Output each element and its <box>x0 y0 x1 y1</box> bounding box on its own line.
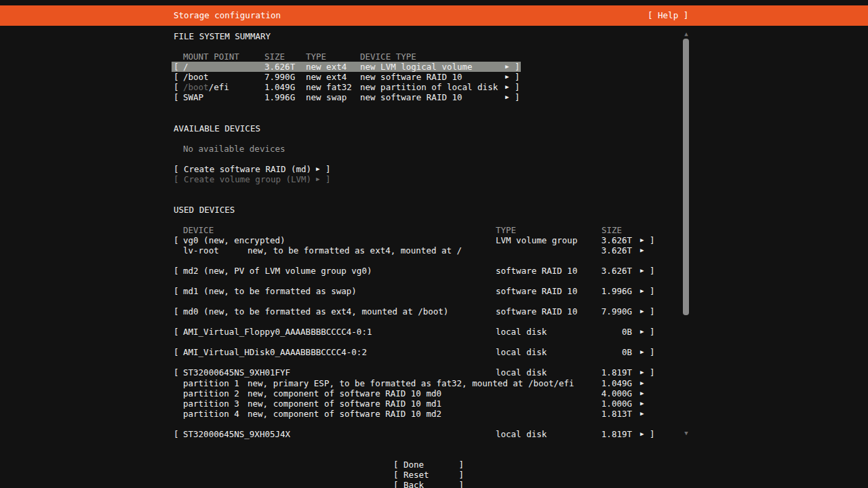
bracket: [ <box>393 480 399 488</box>
scrollbar-thumb[interactable] <box>683 39 689 315</box>
back-button[interactable]: [ Back ] <box>393 480 464 488</box>
size: 3.626T <box>264 62 295 72</box>
create-lvm-button-disabled: [ Create volume group (LVM) ▶ ] <box>0 174 868 184</box>
bracket: ] <box>515 72 520 82</box>
partition-name: partition 1 <box>183 378 239 388</box>
col-header-mount-point: MOUNT POINT <box>183 52 239 62</box>
partition-row-3[interactable]: partition 3 new, component of software R… <box>0 399 868 409</box>
section-heading: AVAILABLE DEVICES <box>174 123 260 134</box>
submenu-arrow-icon: ▶ <box>505 72 509 82</box>
partition-row-4[interactable]: partition 4 new, component of software R… <box>0 409 868 419</box>
create-raid-label: Create software RAID (md) <box>184 164 311 174</box>
device-size: 0B <box>582 347 632 357</box>
used-devices-header-row: DEVICE TYPE SIZE <box>0 225 868 235</box>
bracket: ] <box>650 429 655 439</box>
mount-point: SWAP <box>183 92 203 102</box>
used-device-row-vg0[interactable]: [ vg0 (new, encrypted) LVM volume group … <box>0 235 868 245</box>
device-name: AMI_Virtual_HDisk0_AAAABBBBCCCC4-0:2 <box>183 347 367 357</box>
create-raid-button[interactable]: [ Create software RAID (md) ▶ ] <box>0 164 868 174</box>
used-device-row-disk1[interactable]: [ ST32000645NS_9XH01FYF local disk 1.819… <box>0 367 868 378</box>
fs-summary-row-swap[interactable]: [ SWAP 1.996G new swap new software RAID… <box>0 92 868 102</box>
fs-type: new swap <box>306 92 347 102</box>
size: 1.996G <box>264 92 295 102</box>
submenu-arrow-icon: ▶ <box>640 388 644 399</box>
device-type: software RAID 10 <box>496 286 577 296</box>
used-device-row-md1[interactable]: [ md1 (new, to be formatted as swap) sof… <box>0 286 868 296</box>
used-device-row-virtual-hdisk[interactable]: [ AMI_Virtual_HDisk0_AAAABBBBCCCC4-0:2 l… <box>0 347 868 357</box>
bracket: [ <box>174 367 179 378</box>
device-size: 7.990G <box>582 306 632 317</box>
device-type: local disk <box>496 327 547 337</box>
bracket: [ <box>174 347 179 357</box>
scroll-down-icon[interactable]: ▼ <box>681 429 692 437</box>
device-type: new partition of local disk <box>360 82 498 92</box>
submenu-arrow-icon: ▶ <box>640 266 644 276</box>
size: 7.990G <box>264 72 295 82</box>
bracket: [ <box>174 164 179 174</box>
used-device-row-virtual-floppy[interactable]: [ AMI_Virtual_Floppy0_AAAABBBBCCCC4-0:1 … <box>0 327 868 337</box>
partition-description: new, primary ESP, to be formatted as fat… <box>248 378 574 388</box>
used-devices-heading-line: USED DEVICES <box>0 205 868 215</box>
fs-type: new ext4 <box>306 72 347 82</box>
partition-name: partition 2 <box>183 388 239 399</box>
mount-point: /boot/efi <box>183 82 229 92</box>
bracket: [ <box>174 174 179 184</box>
device-type: new software RAID 10 <box>360 72 462 82</box>
create-lvm-label: Create volume group (LVM) <box>184 174 311 184</box>
fs-type: new ext4 <box>306 62 347 72</box>
device-size: 1.819T <box>582 367 632 378</box>
col-header-size: SIZE <box>264 52 285 62</box>
device-size: 1.996G <box>582 286 632 296</box>
device-type: new software RAID 10 <box>360 92 462 102</box>
bracket: ] <box>650 266 655 276</box>
partition-size: 4.000G <box>582 388 632 399</box>
bracket: ] <box>326 164 331 174</box>
available-devices-heading-line: AVAILABLE DEVICES <box>0 123 868 134</box>
device-size: 0B <box>582 327 632 337</box>
submenu-arrow-icon: ▶ <box>640 245 644 256</box>
device-name: AMI_Virtual_Floppy0_AAAABBBBCCCC4-0:1 <box>183 327 372 337</box>
device-type: software RAID 10 <box>496 266 577 276</box>
device-name: ST32000645NS_9XH01FYF <box>183 367 290 378</box>
partition-row-1[interactable]: partition 1 new, primary ESP, to be form… <box>0 378 868 388</box>
device-size: 3.626T <box>582 245 632 256</box>
mount-point: / <box>183 62 189 72</box>
no-available-devices-line: No available devices <box>0 144 868 154</box>
fs-summary-header-row: MOUNT POINT SIZE TYPE DEVICE TYPE <box>0 52 868 62</box>
device-name: md1 (new, to be formatted as swap) <box>183 286 357 296</box>
help-button[interactable]: [ Help ] <box>648 5 688 26</box>
bracket: ] <box>650 306 655 317</box>
partition-size: 1.049G <box>582 378 632 388</box>
submenu-arrow-icon: ▶ <box>640 378 644 388</box>
footer-reset-line: [ Reset ] <box>0 460 868 470</box>
partition-size: 1.000G <box>582 399 632 409</box>
back-button-label: Back <box>403 480 424 488</box>
partition-row-2[interactable]: partition 2 new, component of software R… <box>0 388 868 399</box>
submenu-arrow-icon: ▶ <box>640 367 644 378</box>
device-name: lv-root <box>183 245 219 256</box>
fs-summary-row-boot[interactable]: [ /boot 7.990G new ext4 new software RAI… <box>0 72 868 82</box>
bracket: [ <box>174 82 179 92</box>
used-device-row-md0[interactable]: [ md0 (new, to be formatted as ext4, mou… <box>0 306 868 317</box>
used-device-row-disk2[interactable]: [ ST32000645NS_9XH05J4X local disk 1.819… <box>0 429 868 439</box>
footer-back-line: [ Back ] <box>0 470 868 480</box>
col-header-type: TYPE <box>306 52 326 62</box>
device-type: software RAID 10 <box>496 306 577 317</box>
fs-summary-row-boot-efi[interactable]: [ /boot/efi 1.049G new fat32 new partiti… <box>0 82 868 92</box>
submenu-arrow-icon: ▶ <box>505 82 509 92</box>
empty-message: No available devices <box>183 144 285 154</box>
submenu-arrow-icon: ▶ <box>316 164 319 174</box>
device-type: new LVM logical volume <box>360 62 473 72</box>
bracket: [ <box>174 235 179 245</box>
partition-description: new, component of software RAID 10 md2 <box>248 409 441 419</box>
mount-point: /boot <box>183 72 209 82</box>
used-device-row-lv-root[interactable]: lv-root new, to be formatted as ext4, mo… <box>0 245 868 256</box>
submenu-arrow-icon: ▶ <box>316 174 319 184</box>
scroll-up-icon[interactable]: ▲ <box>681 30 692 38</box>
fs-summary-row-root[interactable]: [ / 3.626T new ext4 new LVM logical volu… <box>0 62 868 72</box>
used-device-row-md2[interactable]: [ md2 (new, PV of LVM volume group vg0) … <box>0 266 868 276</box>
submenu-arrow-icon: ▶ <box>505 62 509 72</box>
submenu-arrow-icon: ▶ <box>640 409 644 419</box>
device-size: 3.626T <box>582 266 632 276</box>
device-type: local disk <box>496 367 547 378</box>
